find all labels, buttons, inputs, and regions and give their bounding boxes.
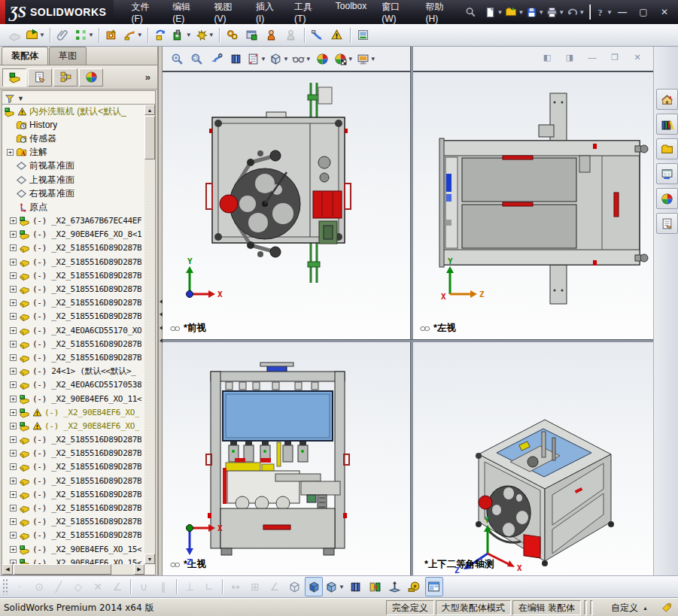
tree-component[interactable]: +(-) _X2_90E84EF6_XO_8<1	[2, 228, 144, 241]
open-insert-part-icon[interactable]: ▼	[25, 26, 46, 45]
new-document-icon[interactable]: ▼	[484, 5, 503, 20]
3d-drawing-view-icon[interactable]	[386, 577, 404, 596]
zoom-to-fit-icon[interactable]	[168, 49, 186, 68]
tree-item-plane[interactable]: 前视基准面	[2, 159, 144, 173]
expand-toggle[interactable]: +	[10, 354, 17, 361]
undo-icon[interactable]: ▼	[566, 5, 585, 20]
assembly-visualization-icon[interactable]	[354, 26, 372, 45]
quick-snap-intersection-icon[interactable]: ✕	[89, 577, 107, 596]
section-view-toggle-icon[interactable]	[347, 577, 365, 596]
menu-4[interactable]: 插入(I)	[249, 0, 286, 27]
viewport-front-view[interactable]: Y X *前视	[163, 72, 410, 339]
tree-item-plane[interactable]: 上视基准面	[2, 173, 144, 187]
tree-component[interactable]: +(-) _X2_5185516D89D287B	[2, 269, 144, 282]
tree-item-origin[interactable]: 原点	[2, 200, 144, 214]
expand-toggle[interactable]: +	[10, 478, 17, 484]
menu-2[interactable]: 编辑(E)	[166, 0, 205, 27]
save-document-icon[interactable]: ▼	[525, 5, 545, 20]
interference-detection-icon[interactable]	[328, 26, 346, 45]
viewport-top-view[interactable]: X Z *上视	[163, 341, 410, 575]
tree-component[interactable]: +(-) _X2_5185516D89D287B	[2, 296, 144, 310]
tree-component[interactable]: +(-) _X2_5185516D89D287B	[2, 501, 144, 514]
quick-snap-perpendicular-icon[interactable]: ⊥	[181, 577, 199, 596]
doc-restore-button[interactable]: ❐	[607, 50, 623, 64]
status-custom-control[interactable]: 自定义▲	[593, 602, 661, 614]
tree-component[interactable]: +(-) 24<1> (默认<<默认>_	[2, 365, 144, 378]
insert-component-icon[interactable]	[5, 26, 23, 45]
edit-appearance-icon[interactable]	[314, 49, 332, 68]
viewport-vertical-splitter[interactable]	[410, 47, 413, 575]
dropdown-arrow[interactable]: ▼	[579, 9, 585, 16]
manager-tab-property-manager[interactable]	[28, 68, 52, 86]
tree-horizontal-scrollbar[interactable]: ◀ ▶	[2, 564, 144, 575]
expand-toggle[interactable]: +	[10, 299, 17, 306]
tree-item-sensor[interactable]: 传感器	[2, 132, 144, 145]
window-maximize-button[interactable]: ▢	[634, 5, 652, 19]
expand-toggle[interactable]: +	[7, 149, 14, 156]
appearances-scenes-button[interactable]	[656, 188, 678, 209]
dropdown-arrow[interactable]: ▼	[137, 32, 143, 38]
tree-item-annot[interactable]: +A注解	[2, 146, 144, 159]
tree-component[interactable]: +(-) _X2_5185516D89D287B	[2, 433, 144, 447]
assembly-features-icon[interactable]: ▼	[194, 26, 215, 45]
expand-toggle[interactable]: +	[10, 409, 17, 416]
tree-component[interactable]: +(-) _X2_5185516D89D287B	[2, 241, 144, 255]
tree-component[interactable]: +(-) _X2_5185516D89D287B	[2, 337, 144, 350]
dropdown-arrow[interactable]: ▼	[497, 9, 503, 16]
snap-grid-icon[interactable]: ⊞	[246, 577, 264, 596]
dropdown-arrow[interactable]: ▼	[339, 584, 345, 590]
snap-length-icon[interactable]: ↔	[227, 577, 245, 596]
zoom-to-area-icon[interactable]	[187, 49, 205, 68]
expand-toggle[interactable]: +	[10, 341, 17, 347]
tree-component[interactable]: +(-) _X2_4EOA6CD55170538	[2, 378, 144, 392]
shaded-with-edges-display-icon[interactable]	[305, 577, 323, 596]
tree-component[interactable]: +(-) _X2_5185516D89D287B	[2, 529, 144, 542]
custom-properties-button[interactable]	[656, 213, 678, 234]
tree-component[interactable]: +(-) _X2_5185516D89D287B	[2, 310, 144, 323]
menu-5[interactable]: 工具(T)	[287, 0, 327, 27]
menu-7[interactable]: 窗口(W)	[375, 0, 417, 27]
tree-component[interactable]: +(-) _X2_5185516D89D287B	[2, 487, 144, 501]
tree-component[interactable]: +(-) _X2_90E84EF6_XO_	[2, 419, 144, 432]
scroll-right-button[interactable]: ▶	[134, 564, 144, 575]
linear-component-pattern-icon[interactable]: ▼	[74, 26, 95, 45]
quick-snap-parallel-icon[interactable]: ∥	[154, 577, 172, 596]
manager-tab-display-manager[interactable]	[79, 68, 103, 86]
manager-tab-configuration-manager[interactable]	[53, 68, 78, 86]
solidworks-resources-button[interactable]	[656, 89, 678, 110]
reload-components-icon[interactable]	[152, 26, 170, 45]
section-view-icon[interactable]	[227, 49, 245, 68]
mate-icon[interactable]	[54, 26, 72, 45]
dropdown-arrow[interactable]: ▼	[518, 9, 524, 16]
print-document-icon[interactable]: ▼	[546, 5, 565, 20]
dropdown-arrow[interactable]: ▼	[306, 56, 312, 62]
menu-1[interactable]: 文件(F)	[124, 0, 164, 27]
view-palette-button[interactable]	[656, 163, 678, 184]
doc-close-button[interactable]: ✕	[629, 50, 646, 64]
tree-component[interactable]: +(-) _X2_5185516D89D287B	[2, 447, 144, 460]
tab-assembly[interactable]: 装配体	[2, 47, 48, 65]
dropdown-arrow[interactable]: ▼	[348, 56, 354, 62]
tree-component[interactable]: +(-) _X2_5185516D89D287B	[2, 460, 144, 474]
tree-component[interactable]: +(-) _X2_5185516D89D287B	[2, 255, 144, 269]
previous-view-icon[interactable]	[207, 49, 225, 68]
tree-component[interactable]: +(-) _X2_673A67B67EC44EF	[2, 214, 144, 228]
expand-toggle[interactable]: +	[10, 546, 17, 553]
dropdown-arrow[interactable]: ▼	[186, 32, 192, 38]
expand-toggle[interactable]: +	[10, 286, 17, 293]
menu-6[interactable]: Toolbox	[329, 0, 373, 27]
tree-item-hist[interactable]: History	[2, 118, 144, 132]
smart-fasteners-icon[interactable]	[103, 26, 121, 45]
overflow-chevron[interactable]: »	[145, 71, 155, 83]
toolbar-drag-handle[interactable]	[2, 578, 8, 595]
new-motion-study-icon[interactable]	[223, 26, 242, 45]
expand-toggle[interactable]: +	[10, 396, 17, 402]
tree-component[interactable]: +(-) _X2_90E84EF6_XO_11<	[2, 392, 144, 405]
viewport-horizontal-splitter[interactable]	[163, 339, 653, 342]
dropdown-arrow[interactable]: ▼	[283, 56, 289, 62]
dropdown-arrow[interactable]: ▼	[88, 32, 94, 38]
viewport-left-view[interactable]: Y Z X *左视	[412, 72, 653, 339]
vertical-scroll-thumb[interactable]	[144, 116, 155, 159]
display-style-icon[interactable]: ▼	[291, 49, 312, 68]
tree-root-assembly[interactable]: 内外洗瓶机 (默认<默认_	[2, 105, 144, 118]
